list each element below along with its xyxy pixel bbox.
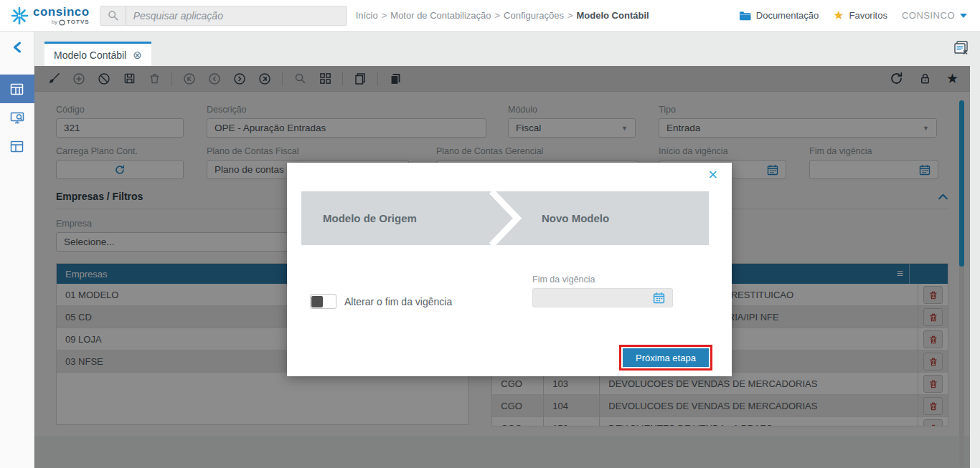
- search-input[interactable]: [126, 10, 347, 22]
- consinco-starburst-icon: [10, 6, 29, 25]
- tab-modelo-contabil[interactable]: Modelo Contábil ⊗: [44, 42, 151, 66]
- tab-strip: Modelo Contábil ⊗: [34, 32, 980, 66]
- calendar-icon[interactable]: [653, 292, 665, 304]
- brand-name: consinco: [33, 6, 90, 18]
- sidebar-item-cadastro[interactable]: [0, 132, 34, 161]
- right-gutter: [970, 66, 980, 468]
- search-icon[interactable]: [100, 6, 126, 25]
- toggle-label: Alterar o fim da vigência: [344, 296, 452, 307]
- sidebar-collapse-chevron-icon[interactable]: [12, 42, 22, 53]
- consinco-logo: consinco by TOTVS: [0, 6, 97, 26]
- modal-close-icon[interactable]: ×: [708, 167, 717, 183]
- favorites-star-icon: ★: [833, 9, 844, 22]
- documentation-link[interactable]: Documentação: [739, 10, 819, 21]
- wizard-step-novo-modelo: Novo Modelo: [542, 191, 609, 245]
- folder-icon: [739, 11, 751, 21]
- app-window: consinco by TOTVS Início > Mot: [0, 0, 980, 468]
- grid-table-icon: [10, 82, 24, 96]
- breadcrumb-configuracoes[interactable]: Configurações: [504, 10, 564, 21]
- alterar-fim-vigencia-toggle[interactable]: [310, 294, 336, 309]
- modal-fim-vigencia-label: Fim da vigência: [532, 274, 673, 285]
- close-all-tabs-icon[interactable]: [953, 40, 970, 56]
- tab-close-icon[interactable]: ⊗: [133, 49, 142, 60]
- chevron-down-icon: [960, 14, 967, 18]
- left-sidebar: [0, 32, 34, 468]
- user-menu[interactable]: CONSINCO: [902, 10, 967, 21]
- app-search: [100, 6, 347, 26]
- sidebar-item-consulta[interactable]: [0, 103, 34, 132]
- brand-totvs: TOTVS: [67, 19, 90, 25]
- wizard-chevron-separator: [489, 191, 532, 245]
- breadcrumb-inicio[interactable]: Início: [356, 10, 378, 21]
- breadcrumb-current: Modelo Contábil: [577, 10, 649, 21]
- top-header: consinco by TOTVS Início > Mot: [0, 0, 980, 32]
- modal-fim-vigencia-input[interactable]: [532, 288, 673, 307]
- brand-by: by: [52, 19, 57, 25]
- totvs-icon: [59, 19, 65, 26]
- monitor-search-icon: [10, 111, 24, 125]
- breadcrumb-motor[interactable]: Motor de Contabilização: [390, 10, 491, 21]
- wizard-step-modelo-origem: Modelo de Origem: [323, 191, 417, 245]
- copy-model-wizard-modal: × Modelo de Origem Novo Modelo Alterar o…: [287, 163, 732, 376]
- favorites-link[interactable]: ★ Favoritos: [833, 9, 887, 22]
- table-icon: [10, 140, 24, 153]
- proxima-etapa-button[interactable]: Próxima etapa: [623, 348, 709, 367]
- breadcrumb: Início > Motor de Contabilização > Confi…: [356, 10, 649, 21]
- tab-label: Modelo Contábil: [54, 49, 126, 61]
- sidebar-item-modelo-contabil[interactable]: [0, 75, 34, 103]
- wizard-steps: Modelo de Origem Novo Modelo: [301, 191, 709, 245]
